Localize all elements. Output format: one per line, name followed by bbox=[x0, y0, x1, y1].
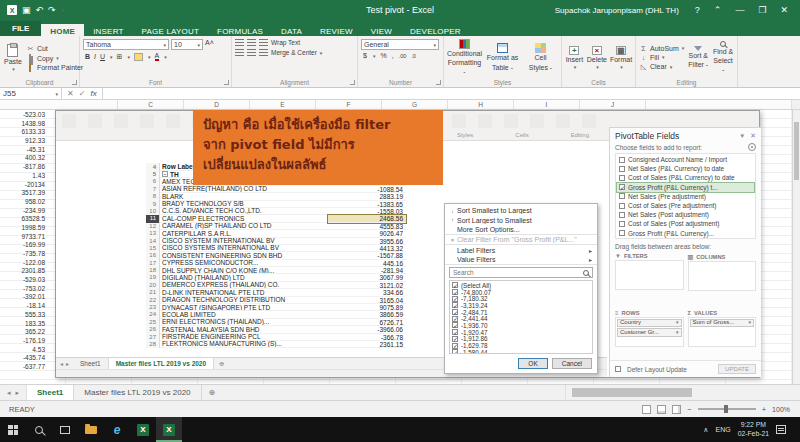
sheet-tab[interactable]: Sheet1 bbox=[27, 385, 74, 400]
filter-menu-item[interactable]: More Sort Options... bbox=[445, 225, 597, 235]
align-center-icon[interactable] bbox=[247, 49, 256, 56]
zoom-out-button[interactable]: − bbox=[687, 405, 691, 414]
pivot-row[interactable]: 8 BLARK 2883.19 bbox=[146, 193, 406, 200]
sheet-cell-value[interactable]: 9733.71 bbox=[0, 233, 48, 242]
cell-styles-button[interactable]: CellStyles - bbox=[523, 39, 558, 76]
increase-decimal-button[interactable]: .00 bbox=[399, 53, 407, 59]
font-dialog-launcher[interactable] bbox=[224, 80, 229, 85]
column-header[interactable]: C bbox=[118, 100, 184, 109]
accounting-format-button[interactable]: $ bbox=[363, 52, 367, 59]
vertical-scrollbar[interactable] bbox=[792, 110, 800, 384]
row-number[interactable]: 27 bbox=[146, 334, 160, 341]
zoom-level[interactable]: 100% bbox=[772, 406, 790, 413]
checkbox[interactable] bbox=[452, 336, 458, 342]
undo-button[interactable]: ↶ bbox=[36, 5, 44, 15]
sheet-cell-value[interactable]: 3517.39 bbox=[0, 189, 48, 198]
restore-button[interactable]: ❐ bbox=[751, 3, 773, 17]
page-break-view-button[interactable] bbox=[672, 405, 681, 414]
sheet-cell-value[interactable]: -392.01 bbox=[0, 293, 48, 302]
row-number[interactable]: 15 bbox=[146, 245, 160, 252]
sheet-cell-value[interactable]: -735.78 bbox=[0, 250, 48, 259]
field-item[interactable]: Cost of Sales (P&L Currency) to date bbox=[617, 173, 754, 182]
filter-checklist-item[interactable]: -1,580.44 bbox=[452, 349, 590, 354]
number-format-select[interactable]: General▾ bbox=[361, 39, 439, 50]
bold-button[interactable]: B bbox=[85, 53, 90, 60]
excel-taskbar-button-active[interactable]: X bbox=[156, 417, 182, 442]
pivot-row[interactable]: 16 CONSISTENT ENGINEERING SDN BHD -1567.… bbox=[146, 252, 406, 259]
pivot-row[interactable]: 25 ERNI ELECTRONICS (THAILAND)... 6726.7… bbox=[146, 319, 406, 326]
sheet-cell-value[interactable]: 1438.98 bbox=[0, 120, 48, 129]
taskbar-clock[interactable]: 9:22 PM 02-Feb-21 bbox=[738, 421, 769, 438]
sheet-cell-value[interactable]: 555.33 bbox=[0, 311, 48, 320]
align-bottom-icon[interactable] bbox=[259, 39, 268, 46]
cancel-button[interactable]: Cancel bbox=[552, 358, 592, 369]
row-number[interactable]: 10 bbox=[146, 208, 160, 215]
column-header[interactable]: F bbox=[316, 100, 382, 109]
vertical-scrollbar-thumb[interactable] bbox=[794, 122, 799, 180]
find-select-button[interactable]: Find &Select - bbox=[712, 39, 734, 76]
field-item[interactable]: Cost of Sales (Post adjustment) bbox=[617, 219, 754, 228]
pivot-row[interactable]: 12 CARAMEL (R)SP THAILAND CO LTD 4555.83 bbox=[146, 223, 406, 230]
horizontal-scrollbar-thumb[interactable] bbox=[572, 388, 692, 397]
sheet-cell-value[interactable]: -122.08 bbox=[0, 259, 48, 268]
user-account[interactable]: Supachok Jaruponpisam (DHL TH) bbox=[555, 6, 679, 15]
conditional-formatting-button[interactable]: ConditionalFormatting - bbox=[447, 39, 482, 76]
start-button[interactable] bbox=[0, 417, 26, 442]
sheet-cell-value[interactable]: -169.99 bbox=[0, 241, 48, 250]
formula-input[interactable] bbox=[103, 88, 800, 99]
sheet-cell-value[interactable]: -637.77 bbox=[0, 363, 48, 372]
field-checkbox[interactable] bbox=[619, 203, 625, 209]
sheet-cell-value[interactable]: 365.22 bbox=[0, 328, 48, 337]
field-item[interactable]: Consigned Account Name / Import bbox=[617, 155, 754, 164]
clipboard-dialog-launcher[interactable] bbox=[72, 80, 77, 85]
embedded-tab-scroll-left-icon[interactable]: ◂ bbox=[60, 360, 63, 367]
font-color-button[interactable]: A bbox=[155, 52, 160, 61]
close-button[interactable]: ✕ bbox=[773, 3, 795, 17]
pivot-row[interactable]: 28 FLEKTRONICS MANUFACTURING (S)... 2361… bbox=[146, 341, 406, 348]
checkbox[interactable] bbox=[452, 329, 458, 335]
pivot-row[interactable]: 22 DRAGON TECHNOLOGY DISTRIBUTION 3165.0… bbox=[146, 297, 406, 304]
row-number[interactable]: 20 bbox=[146, 282, 160, 289]
cut-button[interactable]: ✂Cut bbox=[26, 45, 83, 53]
confirm-entry-button[interactable]: ✓ bbox=[79, 89, 86, 98]
tab-file[interactable]: FILE bbox=[0, 21, 41, 36]
normal-view-button[interactable] bbox=[642, 405, 651, 414]
taskbar-search-button[interactable] bbox=[26, 417, 52, 442]
defer-layout-checkbox[interactable] bbox=[615, 366, 621, 372]
page-layout-view-button[interactable] bbox=[657, 405, 666, 414]
row-number[interactable]: 9 bbox=[146, 201, 160, 208]
sheet-cell-value[interactable]: -435.74 bbox=[0, 354, 48, 363]
filter-menu-item[interactable]: × Clear Filter From "Gross Profit (P&L..… bbox=[445, 236, 597, 246]
copy-button[interactable]: Copy▾ bbox=[26, 55, 83, 62]
embedded-new-sheet-icon[interactable]: ⊕ bbox=[214, 358, 229, 369]
font-name-select[interactable]: Tahoma▾ bbox=[83, 39, 169, 50]
tab-scroll-right-icon[interactable]: ▸ bbox=[16, 389, 20, 397]
sheet-cell-value[interactable]: -234.99 bbox=[0, 207, 48, 216]
field-checkbox[interactable] bbox=[619, 175, 625, 181]
field-item[interactable]: Net Sales (Pre adjustment) bbox=[617, 192, 754, 201]
percent-format-button[interactable]: % bbox=[380, 52, 386, 59]
pivot-row[interactable]: 15 CISCO SYSTEMS INTERNATIONAL BV 4413.3… bbox=[146, 245, 406, 252]
column-header-blank[interactable] bbox=[0, 100, 118, 109]
sheet-cell-value[interactable]: -529.03 bbox=[0, 276, 48, 285]
language-indicator[interactable]: ENG bbox=[715, 426, 730, 433]
filter-menu-item[interactable]: Label Filters ▸ bbox=[445, 246, 597, 256]
checkbox[interactable] bbox=[452, 309, 458, 315]
column-header[interactable]: H bbox=[448, 100, 514, 109]
row-number[interactable]: 19 bbox=[146, 274, 160, 281]
filter-menu-item[interactable]: Value Filters ▸ bbox=[445, 256, 597, 266]
insert-function-button[interactable]: fx bbox=[90, 89, 96, 98]
pivot-row[interactable]: 13 CATERPILLAR S.A R.L. 9026.47 bbox=[146, 230, 406, 237]
field-checkbox[interactable] bbox=[619, 230, 625, 236]
underline-button[interactable]: U bbox=[100, 53, 105, 60]
pane-options-icon[interactable]: ▾ bbox=[741, 132, 745, 140]
row-number[interactable]: 13 bbox=[146, 230, 160, 237]
checkbox[interactable] bbox=[452, 296, 458, 302]
column-header[interactable]: J bbox=[580, 100, 646, 109]
sheet-cell-value[interactable]: 2301.85 bbox=[0, 267, 48, 276]
row-number[interactable]: 5 bbox=[146, 171, 160, 178]
embedded-sheet-tab[interactable]: Sheet1 bbox=[73, 358, 109, 369]
paste-button[interactable]: Paste▾ bbox=[3, 39, 23, 76]
embedded-sheet-tab[interactable]: Master files LTL 2019 vs 2020 bbox=[109, 358, 214, 369]
italic-button[interactable]: I bbox=[94, 53, 96, 60]
